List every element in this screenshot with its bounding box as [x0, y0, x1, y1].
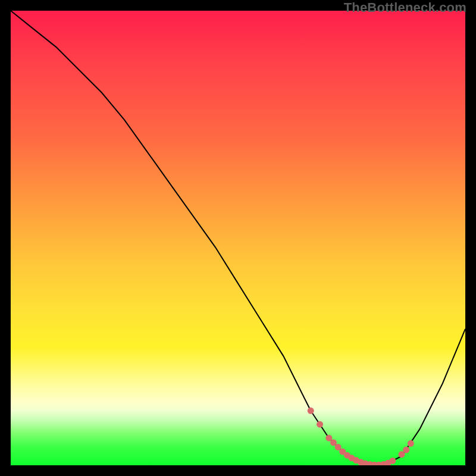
marker-dot: [408, 440, 414, 447]
marker-dot: [389, 458, 396, 464]
watermark-text: TheBottleneck.com: [344, 0, 466, 15]
marker-dot: [403, 447, 409, 453]
chart-plot-area: [11, 11, 465, 465]
chart-marker-dots: [11, 11, 465, 465]
marker-dot: [308, 408, 314, 414]
marker-dot: [317, 421, 323, 428]
